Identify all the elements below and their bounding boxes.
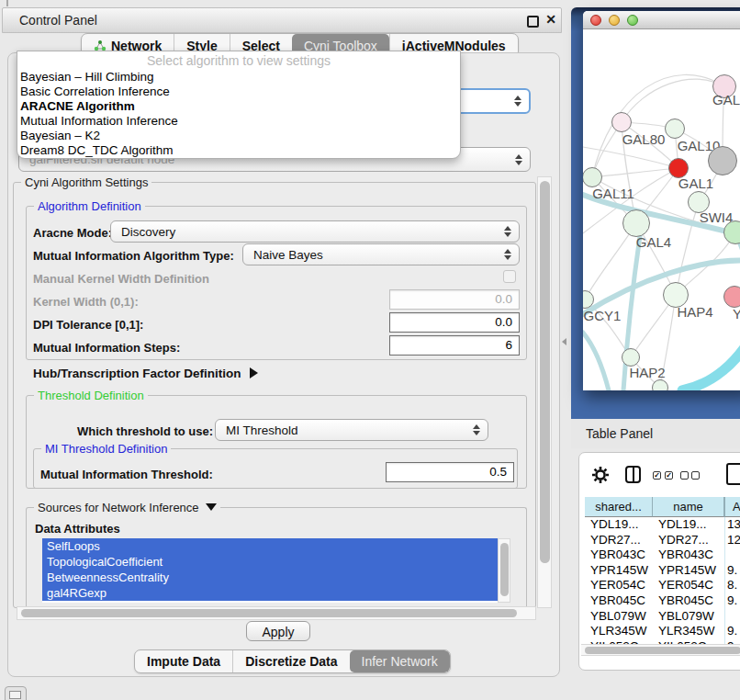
- table-row[interactable]: YDL19...YDL19...13: [585, 517, 740, 533]
- attribute-item-betweennesscentrality[interactable]: BetweennessCentrality: [42, 570, 498, 585]
- network-node-unlabeled[interactable]: [652, 379, 668, 390]
- bottom-tab-discretize-data[interactable]: Discretize Data: [232, 650, 349, 672]
- kernel-width-field[interactable]: 0.0: [389, 289, 520, 310]
- dock-button[interactable]: [5, 686, 27, 700]
- checked-box-icon[interactable]: ✓: [665, 471, 673, 480]
- expand-right-icon: [250, 367, 258, 378]
- algorithm-option-dream8-dc-tdc-algorithm[interactable]: Dream8 DC_TDC Algorithm: [17, 143, 460, 158]
- algorithm-definition-legend: Algorithm Definition: [34, 199, 145, 213]
- minimize-window-icon[interactable]: [609, 15, 620, 26]
- bottom-tab-impute-data-label: Impute Data: [147, 650, 220, 672]
- table-cell: YDL19...: [653, 517, 724, 533]
- mi-steps-field[interactable]: 6: [389, 335, 520, 356]
- hub-definition-label: Hub/Transcription Factor Definition: [33, 367, 241, 380]
- bottom-tab-infer-network[interactable]: Infer Network: [350, 650, 450, 672]
- table-cell: YPR145W: [653, 563, 724, 579]
- network-node-unlabeled[interactable]: [708, 146, 737, 175]
- network-node-y[interactable]: [723, 286, 740, 308]
- table-cell: YER054C: [585, 578, 653, 593]
- table-row[interactable]: YPR145WYPR145W9.: [585, 563, 740, 579]
- attribute-item-selfloops[interactable]: SelfLoops: [42, 538, 498, 554]
- combo-stepper-icon: [513, 96, 521, 107]
- table-cell: 13: [724, 517, 740, 533]
- bottom-tab-impute-data[interactable]: Impute Data: [135, 650, 232, 672]
- table-header-row: shared...nameA: [585, 497, 740, 517]
- data-attributes-label: Data Attributes: [35, 522, 120, 536]
- mi-type-combo[interactable]: Naive Bayes: [242, 243, 520, 265]
- attribute-list-scrollbar[interactable]: [498, 538, 510, 603]
- table-panel: ✓ ✓ shared...nameA YDL19...YDL19...13YDR…: [578, 452, 740, 671]
- mi-threshold-field[interactable]: 0.5: [386, 462, 514, 482]
- table-cell: [724, 609, 740, 625]
- export-table-icon[interactable]: [726, 463, 740, 485]
- mi-steps-label: Mutual Information Steps:: [33, 341, 180, 355]
- table-row[interactable]: YBR043CYBR043C: [585, 548, 740, 563]
- attribute-item-gal4rgexp[interactable]: gal4RGexp: [42, 585, 498, 601]
- mi-threshold-legend: MI Threshold Definition: [41, 442, 171, 456]
- manual-kernel-label: Manual Kernel Width Definition: [33, 272, 209, 286]
- network-canvas[interactable]: GALGAL80GAL10GAL1GAL11SWI4GAL4GCY1HAP4YH…: [583, 29, 740, 390]
- attribute-list-scrollbar-thumb[interactable]: [500, 543, 509, 596]
- dpi-tolerance-field[interactable]: 0.0: [389, 312, 520, 333]
- settings-gear-icon[interactable]: [590, 465, 611, 485]
- cyni-bottom-tabs: Impute DataDiscretize DataInfer Network: [134, 649, 451, 673]
- column-header-a[interactable]: A: [724, 497, 740, 517]
- top-left-notch: [6, 0, 8, 6]
- attribute-item-topologicalcoefficient[interactable]: TopologicalCoefficient: [42, 554, 498, 570]
- aracne-mode-label: Aracne Mode:: [33, 226, 112, 240]
- table-panel-title: Table Panel: [586, 419, 653, 448]
- unchecked-box-icon[interactable]: [691, 471, 700, 480]
- network-window-titlebar[interactable]: [583, 11, 740, 29]
- zoom-window-icon[interactable]: [627, 15, 638, 26]
- algorithm-options-list: Bayesian – Hill ClimbingBasic Correlatio…: [17, 70, 460, 158]
- sources-legend-text: Sources for Network Inference: [38, 501, 199, 514]
- table-row[interactable]: YDR27...YDR27...12: [585, 533, 740, 548]
- splitter-collapse-icon[interactable]: [562, 338, 566, 345]
- table-row[interactable]: YER054CYER054C8.: [585, 578, 740, 593]
- algorithm-option-bayesian-hill-climbing[interactable]: Bayesian – Hill Climbing: [17, 70, 460, 85]
- network-node-gal10[interactable]: [665, 119, 685, 139]
- settings-scrollbar-thumb[interactable]: [540, 181, 550, 563]
- close-window-icon[interactable]: [590, 15, 601, 26]
- settings-scrollbar[interactable]: [537, 176, 552, 608]
- table-row[interactable]: YLR345WYLR345W9.: [585, 624, 740, 639]
- table-row[interactable]: YBR045CYBR045C9.: [585, 593, 740, 609]
- table-cell: YBR043C: [653, 548, 724, 563]
- network-view-window[interactable]: GALGAL80GAL10GAL1GAL11SWI4GAL4GCY1HAP4YH…: [583, 11, 740, 390]
- algorithm-option-basic-correlation-inference[interactable]: Basic Correlation Inference: [17, 85, 460, 99]
- mi-threshold-label: Mutual Information Threshold:: [40, 468, 213, 481]
- bottom-tab-discretize-data-label: Discretize Data: [245, 650, 337, 672]
- manual-kernel-checkbox[interactable]: [503, 270, 516, 283]
- apply-button[interactable]: Apply: [246, 621, 310, 641]
- algorithm-option-aracne-algorithm[interactable]: ARACNE Algorithm: [17, 99, 460, 114]
- table-h-scrollbar[interactable]: [581, 644, 740, 656]
- settings-h-scrollbar[interactable]: [17, 606, 536, 620]
- control-panel-titlebar: Control Panel ✕: [2, 7, 562, 33]
- unchecked-box-icon[interactable]: [680, 471, 689, 480]
- settings-h-scrollbar-thumb[interactable]: [21, 609, 517, 617]
- network-node-gal4[interactable]: [622, 209, 650, 237]
- algorithm-option-bayesian-k2[interactable]: Bayesian – K2: [17, 129, 460, 143]
- combo-stepper-icon: [514, 154, 521, 165]
- which-threshold-value: MI Threshold: [226, 423, 298, 437]
- table-row[interactable]: YBL079WYBL079W: [585, 609, 740, 625]
- sources-legend[interactable]: Sources for Network Inference: [34, 501, 220, 514]
- checked-box-icon[interactable]: ✓: [653, 471, 661, 480]
- column-header-shared[interactable]: shared...: [585, 497, 653, 517]
- table-cell: 9.: [724, 593, 740, 609]
- close-panel-button[interactable]: ✕: [545, 12, 556, 27]
- hub-definition-expander[interactable]: Hub/Transcription Factor Definition: [33, 367, 258, 380]
- collapse-down-icon: [206, 503, 217, 511]
- column-layout-icon[interactable]: [625, 466, 641, 483]
- dpi-tolerance-label: DPI Tolerance [0,1]:: [33, 318, 143, 332]
- node-label-gal4: GAL4: [636, 234, 671, 250]
- bright-edge: [682, 334, 740, 390]
- kernel-width-label: Kernel Width (0,1):: [33, 295, 139, 309]
- column-header-name[interactable]: name: [653, 497, 724, 517]
- algorithm-option-mutual-information-inference[interactable]: Mutual Information Inference: [17, 114, 460, 129]
- float-panel-button[interactable]: [527, 16, 539, 28]
- aracne-mode-combo[interactable]: Discovery: [110, 220, 520, 243]
- which-threshold-combo[interactable]: MI Threshold: [215, 419, 488, 441]
- network-node-gal80[interactable]: [611, 112, 632, 132]
- table-h-scrollbar-thumb[interactable]: [585, 647, 740, 654]
